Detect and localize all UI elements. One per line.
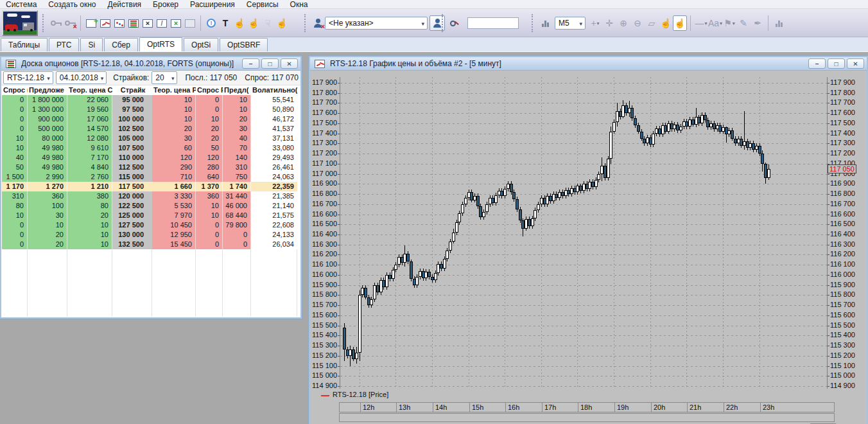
column-header[interactable]: Волатильно( xyxy=(251,85,297,95)
close-button[interactable] xyxy=(281,58,298,69)
cell[interactable]: 0 xyxy=(2,95,28,105)
table-row[interactable]: 310360380120 0003 33036031 44021,385 xyxy=(2,191,297,201)
cell[interactable]: 20 xyxy=(67,211,112,220)
menu-item-4[interactable]: Брокер xyxy=(147,0,184,9)
cell[interactable]: 30 xyxy=(28,211,67,220)
cell[interactable]: 100 000 xyxy=(112,114,152,124)
minimize-button[interactable] xyxy=(808,58,826,69)
table-row[interactable]: 4049 9807 170110 00012012014029,493 xyxy=(2,153,297,163)
cell[interactable]: 127 500 xyxy=(112,220,152,230)
crosshair-icon[interactable]: +▾ xyxy=(588,15,602,31)
cell[interactable]: 710 xyxy=(152,172,196,182)
pan-hand-icon[interactable]: ☝ xyxy=(673,15,687,31)
cell[interactable]: 97 500 xyxy=(112,105,152,114)
cell[interactable]: 0 xyxy=(196,95,223,105)
cell[interactable]: 310 xyxy=(2,191,28,201)
cell[interactable]: 9 610 xyxy=(67,143,112,153)
x-axis-band-secondary[interactable] xyxy=(339,413,835,422)
cell[interactable]: 290 xyxy=(152,163,196,172)
cell[interactable]: 1 740 xyxy=(223,182,251,191)
cell[interactable]: 10 xyxy=(152,95,196,105)
toolbar-grip[interactable] xyxy=(304,14,307,32)
cell[interactable]: 49 980 xyxy=(28,143,67,153)
cell[interactable]: 37,131 xyxy=(251,134,297,143)
cell[interactable]: 280 xyxy=(196,163,223,172)
cell[interactable]: 10 xyxy=(196,211,223,220)
table-row[interactable]: 02010130 00012 9500024,133 xyxy=(2,230,297,240)
cell[interactable]: 22 060 xyxy=(67,95,112,105)
chart-dots-icon[interactable] xyxy=(112,15,126,31)
cell[interactable]: 4 840 xyxy=(67,163,112,172)
cell[interactable]: 55,541 xyxy=(251,95,297,105)
cell[interactable]: 110 000 xyxy=(112,153,152,163)
cell[interactable]: 0 xyxy=(196,105,223,114)
cell[interactable]: 0 xyxy=(2,240,28,249)
volume-chart-icon[interactable] xyxy=(772,15,786,31)
cell[interactable]: 112 500 xyxy=(112,163,152,172)
cell[interactable]: 0 xyxy=(2,220,28,230)
marker-icon[interactable]: ⚑▾ xyxy=(722,15,736,31)
cell[interactable]: 49 980 xyxy=(28,163,67,172)
hand-alt-icon[interactable]: ☝ xyxy=(275,15,289,31)
tab-si[interactable]: Si xyxy=(80,38,103,51)
cell[interactable]: 10 xyxy=(152,114,196,124)
chart-line-icon[interactable] xyxy=(98,15,112,31)
table-row[interactable]: 1080 00012 080105 00030204037,131 xyxy=(2,134,297,143)
x-axis-band[interactable]: 12h13h14h15h16h17h18h19h20h21h22h23h xyxy=(339,402,835,412)
cell[interactable]: 12 950 xyxy=(152,230,196,240)
cell[interactable]: 0 xyxy=(2,105,28,114)
cell[interactable]: 10 xyxy=(2,134,28,143)
cell[interactable]: 1 300 000 xyxy=(28,105,67,114)
tab-сбер[interactable]: Сбер xyxy=(104,38,138,51)
table-row[interactable]: 8010080122 5005 5301046 00021,140 xyxy=(2,201,297,211)
cell[interactable]: 22,608 xyxy=(251,220,297,230)
cell[interactable]: 31 440 xyxy=(223,191,251,201)
cell[interactable]: 2 760 xyxy=(67,172,112,182)
cell[interactable]: 50 xyxy=(196,143,223,153)
cell[interactable]: 1 800 000 xyxy=(28,95,67,105)
table-row[interactable]: 01 300 00019 56097 5001001050,890 xyxy=(2,105,297,114)
cell[interactable]: 19 560 xyxy=(67,105,112,114)
cell[interactable]: 10 450 xyxy=(152,220,196,230)
cell[interactable]: 60 xyxy=(152,143,196,153)
chart-type-icon[interactable] xyxy=(538,15,552,31)
table-row[interactable]: 0900 00017 060100 00010102046,172 xyxy=(2,114,297,124)
key-icon[interactable] xyxy=(49,15,63,31)
cell[interactable]: 0 xyxy=(223,230,251,240)
alert-icon[interactable]: ! xyxy=(204,15,218,31)
cell[interactable]: 50 xyxy=(2,163,28,172)
close-window-icon[interactable]: × xyxy=(141,15,155,31)
cell[interactable]: 12 080 xyxy=(67,134,112,143)
table-row[interactable]: 01010127 50010 450079 80022,608 xyxy=(2,220,297,230)
cell[interactable]: 1 210 xyxy=(67,182,112,191)
cell[interactable]: 122 500 xyxy=(112,201,152,211)
cell[interactable]: 125 000 xyxy=(112,211,152,220)
cell[interactable]: 20 xyxy=(28,230,67,240)
column-header[interactable]: Теор. цена Р xyxy=(152,85,196,95)
table-row[interactable]: 1 1701 2701 210117 5001 6601 3701 74022,… xyxy=(2,182,297,191)
cell[interactable]: 10 xyxy=(67,240,112,249)
cell[interactable]: 105 000 xyxy=(112,134,152,143)
trader-remove-icon[interactable]: × xyxy=(311,15,325,31)
menu-item-1[interactable]: Система xyxy=(0,0,42,9)
menu-item-7[interactable]: Окна xyxy=(284,0,314,9)
cell[interactable]: 46,172 xyxy=(251,114,297,124)
toolbar-grip[interactable] xyxy=(442,14,444,32)
cell[interactable]: 95 000 xyxy=(112,95,152,105)
cell[interactable]: 80 000 xyxy=(28,134,67,143)
dropdown-arrow-icon[interactable] xyxy=(169,73,177,82)
options-board-icon[interactable] xyxy=(4,56,18,71)
cell[interactable]: 380 xyxy=(67,191,112,201)
maximize-button[interactable] xyxy=(261,58,279,69)
cell[interactable]: 80 xyxy=(2,201,28,211)
draw-off-icon[interactable]: ✎ xyxy=(736,15,751,31)
search-input[interactable] xyxy=(467,17,519,29)
cell[interactable]: 115 000 xyxy=(112,172,152,182)
cell[interactable]: 50,890 xyxy=(251,105,297,114)
cell[interactable]: 0 xyxy=(196,220,223,230)
menu-item-3[interactable]: Действия xyxy=(102,0,148,9)
cell[interactable]: 24,133 xyxy=(251,230,297,240)
column-header[interactable]: Предложе xyxy=(28,85,67,95)
hand-up-icon[interactable]: ☝ xyxy=(232,15,247,31)
cell[interactable]: 46 000 xyxy=(223,201,251,211)
